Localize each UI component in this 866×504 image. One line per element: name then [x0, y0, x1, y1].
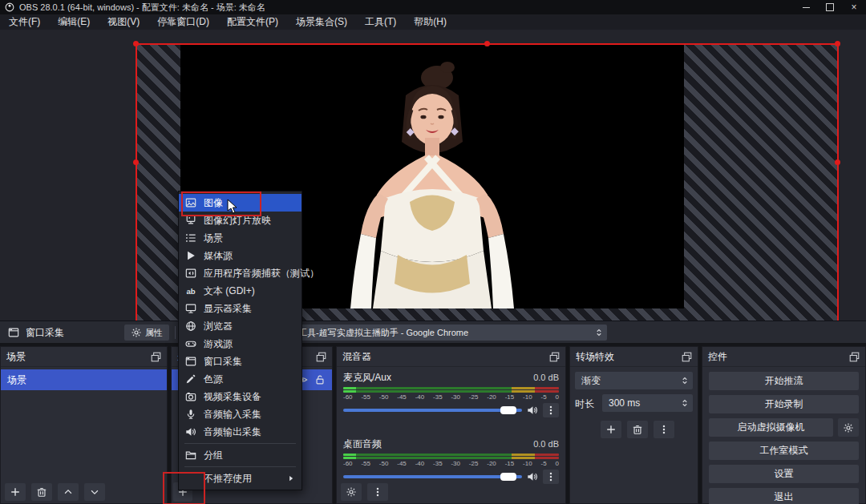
popout-icon[interactable]	[151, 352, 161, 362]
preview-area[interactable]	[0, 30, 866, 321]
popout-icon[interactable]	[549, 352, 560, 362]
meter-tick: 0	[555, 460, 558, 467]
context-menu-item-13[interactable]: 音频输出采集	[179, 423, 301, 441]
context-menu-item-2[interactable]: 场景	[179, 229, 301, 247]
chevron-up-icon	[63, 486, 74, 498]
media-icon	[185, 250, 196, 261]
menubar-item-6[interactable]: 工具(T)	[356, 14, 405, 30]
menubar-item-5[interactable]: 场景集合(S)	[287, 14, 356, 30]
menubar-item-2[interactable]: 视图(V)	[99, 14, 148, 30]
selection-handle-top-right[interactable]	[835, 41, 840, 46]
gear-icon	[346, 486, 357, 498]
meter-tick: -60	[343, 460, 353, 467]
meter-tick: -55	[361, 393, 370, 401]
menubar-item-1[interactable]: 编辑(E)	[49, 14, 99, 30]
mixer-panel-title: 混音器	[342, 350, 371, 364]
selection-handle-top-center[interactable]	[484, 41, 490, 46]
selection-handle-middle-right[interactable]	[835, 159, 840, 165]
context-menu-item-label: 分组	[204, 449, 223, 462]
transition-options-button[interactable]	[654, 421, 674, 438]
meter-tick: -40	[415, 393, 425, 401]
volume-slider-handle[interactable]	[500, 473, 516, 481]
popout-icon[interactable]	[849, 352, 860, 362]
context-menu-item-5[interactable]: ab文本 (GDI+)	[179, 282, 301, 300]
dots-icon	[545, 405, 556, 416]
context-menu-item-11[interactable]: 视频采集设备	[179, 388, 301, 405]
studio-mode-button[interactable]: 工作室模式	[709, 442, 859, 460]
duration-spinner[interactable]: 300 ms	[602, 394, 693, 412]
selection-border-right	[837, 43, 839, 321]
selection-handle-top-left[interactable]	[133, 41, 139, 46]
exit-button[interactable]: 退出	[709, 488, 859, 504]
transitions-panel-title: 转场特效	[576, 350, 614, 364]
context-menu-item-10[interactable]: 色源	[179, 370, 301, 388]
gear-icon	[843, 422, 854, 433]
menubar-item-7[interactable]: 帮助(H)	[405, 14, 455, 30]
context-menu-item-8[interactable]: 游戏源	[179, 335, 301, 353]
mixer-options-button[interactable]	[367, 483, 388, 501]
dropdown-arrows-icon	[594, 328, 604, 337]
scenes-panel-title: 场景	[6, 350, 26, 364]
speaker-icon[interactable]	[527, 405, 538, 416]
virtual-camera-settings-button[interactable]	[838, 418, 859, 437]
volume-slider[interactable]	[343, 475, 522, 478]
maximize-button[interactable]	[818, 0, 842, 14]
meter-tick: -45	[397, 460, 407, 467]
trash-icon	[36, 486, 47, 498]
advanced-audio-button[interactable]	[341, 483, 362, 501]
meter-tick: -5	[540, 460, 546, 467]
popout-icon[interactable]	[316, 352, 326, 362]
channel-options-button[interactable]	[543, 470, 559, 484]
meter-tick: -60	[343, 393, 353, 401]
remove-scene-button[interactable]	[31, 483, 52, 501]
context-menu-item-14[interactable]: 分组	[179, 446, 301, 464]
meter-tick: -30	[451, 460, 460, 467]
meter-tick: -5	[540, 393, 546, 401]
context-menu-item-3[interactable]: 媒体源	[179, 247, 301, 264]
meter-tick: -40	[415, 460, 425, 467]
properties-button[interactable]: 属性	[124, 325, 169, 341]
context-menu-item-12[interactable]: 音频输入采集	[179, 405, 301, 423]
menubar-item-4[interactable]: 配置文件(P)	[218, 14, 287, 30]
context-menu-item-4[interactable]: 应用程序音频捕获（测试）	[179, 264, 301, 282]
meter-tick: -25	[469, 393, 479, 401]
browser-icon	[185, 321, 196, 332]
meter-tick: -30	[451, 393, 460, 401]
scene-name: 场景	[7, 373, 26, 387]
add-transition-button[interactable]	[601, 421, 621, 438]
close-button[interactable]: ×	[842, 0, 866, 14]
meter-tick: -50	[379, 460, 389, 467]
add-source-context-menu: 图像图像幻灯片放映场景媒体源应用程序音频捕获（测试）ab文本 (GDI+)显示器…	[178, 191, 302, 490]
selection-handle-middle-left[interactable]	[133, 159, 139, 165]
start-recording-button[interactable]: 开始录制	[709, 395, 859, 413]
menubar-item-0[interactable]: 文件(F)	[0, 14, 49, 30]
controls-panel-title: 控件	[708, 350, 727, 364]
menubar-item-3[interactable]: 停靠窗口(D)	[148, 14, 218, 30]
volume-slider-handle[interactable]	[500, 406, 516, 414]
context-menu-item-6[interactable]: 显示器采集	[179, 300, 301, 317]
display-icon	[185, 303, 196, 314]
source-toolbar: 窗口采集 属性 元灵数字人主播工具-超写实虚拟主播助手 - Google Chr…	[0, 321, 866, 344]
popout-icon[interactable]	[682, 352, 692, 362]
transition-select[interactable]: 渐变	[575, 372, 693, 389]
minimize-button[interactable]	[794, 0, 818, 14]
dots-icon	[545, 471, 556, 482]
start-virtual-camera-button[interactable]: 启动虚拟摄像机	[709, 418, 833, 437]
context-menu-item-label: 不推荐使用	[204, 472, 252, 486]
context-menu-item-label: 应用程序音频捕获（测试）	[204, 267, 319, 280]
scene-list-item[interactable]: 场景	[1, 369, 167, 390]
scene-up-button[interactable]	[58, 483, 79, 501]
game-icon	[185, 338, 196, 349]
volume-slider[interactable]	[343, 409, 522, 412]
remove-transition-button[interactable]	[627, 421, 648, 438]
context-menu-item-7[interactable]: 浏览器	[179, 317, 301, 335]
start-streaming-button[interactable]: 开始推流	[709, 372, 859, 390]
context-menu-item-9[interactable]: 窗口采集	[179, 353, 301, 370]
settings-button[interactable]: 设置	[709, 465, 859, 483]
scene-down-button[interactable]	[84, 483, 105, 501]
speaker-icon[interactable]	[527, 471, 538, 482]
lock-icon[interactable]	[314, 374, 326, 385]
add-scene-button[interactable]	[5, 483, 26, 501]
context-menu-item-label: 色源	[204, 373, 223, 386]
channel-options-button[interactable]	[543, 403, 559, 417]
